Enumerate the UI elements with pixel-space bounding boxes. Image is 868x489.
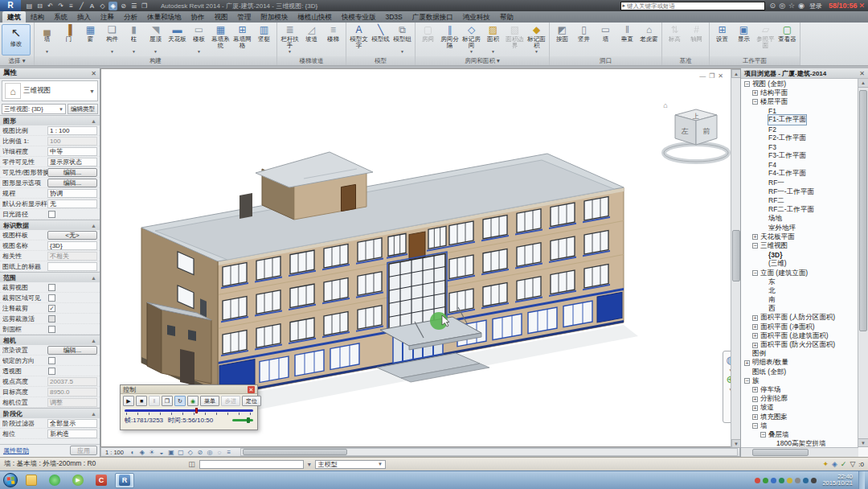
tray-icon[interactable] [811,478,817,483]
browser-item-明细表/数量[interactable]: +明细表/数量 [741,359,858,368]
tray-icon[interactable] [787,478,792,483]
show-desktop-button[interactable] [858,471,865,489]
ribbon-item-tag-room[interactable]: ◇标记房间▼ [461,24,482,54]
section-header-阶段化[interactable]: 阶段化▲ [0,408,100,418]
ribbon-item-room-separator[interactable]: ∥房间分隔 [439,24,461,50]
tab-插入[interactable]: 插入 [72,11,96,23]
collapse-icon[interactable]: − [744,378,750,384]
view-scale-button[interactable]: 1 : 100 [103,449,126,456]
ribbon-item-curtain-grid[interactable]: ⊞幕墙网格 [231,24,253,50]
browser-item-面积平面 (防火分区面积)[interactable]: +面积平面 (防火分区面积) [741,340,858,349]
communication-center-icon[interactable]: ◎ [779,2,785,10]
checkbox[interactable] [48,284,55,291]
horizontal-scroll-thumb[interactable] [243,449,347,455]
browser-item-叠层墙[interactable]: −叠层墙 [741,430,858,439]
ribbon-item-level[interactable]: ⇅标高 [664,24,686,50]
thin-lines-icon[interactable]: ☰ [129,2,138,10]
hide-isolate-icon[interactable]: ◎ [205,449,215,456]
recording-close-icon[interactable]: ✕ [858,2,865,10]
browser-vscroll-thumb[interactable] [859,90,867,331]
collapse-icon[interactable]: − [744,81,750,87]
browser-item-RF二-工作平面[interactable]: RF二-工作平面 [741,206,858,215]
timeline-slider[interactable] [125,408,253,415]
tab-视图[interactable]: 视图 [210,11,233,23]
ribbon-item-room[interactable]: ▢房间 [417,24,439,50]
crop-region-icon[interactable]: ◇ [186,449,195,456]
section-header-图形[interactable]: 图形▲ [0,115,100,125]
ribbon-item-wall[interactable]: ▄墙▼ [36,24,58,54]
control-close-icon[interactable]: ✕ [248,386,255,393]
autocad-icon[interactable]: C [92,473,111,488]
tray-icon[interactable] [771,478,776,483]
expand-icon[interactable]: + [752,90,758,96]
revit-taskbar-icon[interactable]: R [115,473,134,488]
browser-item-图纸 (全部)[interactable]: 图纸 (全部) [741,368,858,376]
edit-button[interactable]: 编辑... [47,179,97,187]
tab-分析[interactable]: 分析 [119,11,142,23]
properties-help-link[interactable]: 属性帮助 [3,446,29,455]
expand-icon[interactable]: + [752,397,758,402]
ribbon-item-vertical-opening[interactable]: ‖垂直 [616,24,638,50]
start-button[interactable] [3,473,18,487]
checkbox[interactable] [48,315,55,323]
section-icon[interactable]: ⊘ [119,2,128,10]
ribbon-item-viewer[interactable]: ▢查看器 [776,24,798,50]
section-header-标识数据[interactable]: 标识数据▲ [0,220,100,230]
browser-item-分割轮廓[interactable]: +分割轮廓 [741,395,858,404]
checkbox[interactable] [48,357,55,364]
browser-item-北[interactable]: 北 [741,286,858,295]
expand-icon[interactable]: + [752,333,758,339]
browser-item-东[interactable]: 东 [741,277,858,286]
tag-icon[interactable]: ◇ [98,2,107,10]
expand-icon[interactable]: + [752,324,758,330]
tab-结构[interactable]: 结构 [26,11,49,23]
browser-item-填充图案[interactable]: +填充图案 [741,413,858,421]
horizontal-scrollbar[interactable] [240,448,738,456]
save-icon[interactable]: ⊟ [35,2,44,10]
ribbon-item-dormer[interactable]: ⌂老虎窗 [638,24,660,50]
sun-path-icon[interactable]: ☀ [147,449,157,456]
browser-item-RF一[interactable]: RF一 [741,179,858,187]
expand-icon[interactable]: + [752,343,758,348]
browser-item-F1-工作平面[interactable]: F1-工作平面 [741,116,858,125]
browser-item-墙[interactable]: −墙 [741,421,858,430]
ribbon-item-wall-opening[interactable]: ▭墙 [595,24,616,50]
crop-view-icon[interactable]: ▢ [176,449,186,456]
select-pinned-icon[interactable]: ◈ [832,460,837,468]
ribbon-item-floor[interactable]: ▭楼板▼ [188,24,210,54]
favorites-icon[interactable]: ☆ [788,2,795,10]
view-close-icon[interactable]: ✕ [718,72,723,80]
window-mode-button[interactable]: ❐ [162,396,173,406]
locate-button[interactable]: 定位 [242,396,261,406]
checkbox[interactable] [48,294,55,302]
analysis-icon[interactable]: ≡ [224,449,234,456]
ribbon-item-tag-area[interactable]: ◆标记面积▼ [526,24,547,54]
visual-style-icon[interactable]: ◈ [137,449,147,456]
browser-item-1800高架空拼墙[interactable]: 1800高架空拼墙 [741,440,858,448]
scroll-up-icon[interactable]: ▲ [858,79,868,88]
tab-帮助[interactable]: 帮助 [495,11,518,23]
ribbon-item-grid[interactable]: #轴网 [686,24,707,50]
ribbon-item-component[interactable]: ❏构件▼ [101,24,123,54]
design-option-select[interactable]: 主模型▼ [315,460,386,469]
browser-item-F3-工作平面[interactable]: F3-工作平面 [741,152,858,161]
scroll-down-icon[interactable]: ▼ [858,438,868,447]
checkbox[interactable] [48,326,55,333]
select-link-icon[interactable]: ✦ [822,460,829,468]
browser-item-F3[interactable]: F3 [741,142,858,151]
browser-vertical-scrollbar[interactable]: ▲ ▼ [858,79,868,447]
browser-item-F2[interactable]: F2 [741,125,858,134]
browser-item-图例[interactable]: 图例 [741,350,858,359]
edit-button[interactable]: 编辑... [47,346,97,355]
search-icon[interactable]: ⊙ [770,2,776,10]
default-3d-view-icon[interactable]: ◈ [108,2,117,10]
browser-item-RF二[interactable]: RF二 [741,196,858,205]
tab-管理[interactable]: 管理 [233,11,256,23]
step-button[interactable]: 步进 [221,396,240,406]
tab-体量和场地[interactable]: 体量和场地 [142,11,186,23]
edit-button[interactable]: 编辑... [47,168,97,177]
shadows-icon[interactable]: ◒ [157,449,166,456]
drawing-area[interactable]: 上左前⌂ —❐✕ ◍▼⊕▼ ▲ ▼ 控制 ✕ ▶■‖❐↻◉菜单步进定位 帧:17… [100,68,740,447]
measure-icon[interactable]: ╱ [77,2,86,10]
tray-icon[interactable] [803,478,809,483]
